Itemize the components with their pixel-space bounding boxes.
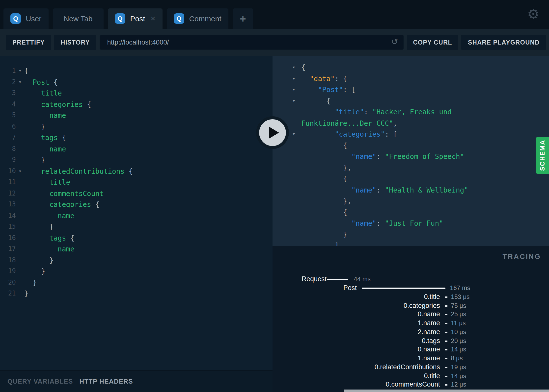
fold-spacer [16, 143, 24, 154]
editor-line[interactable]: 18 } [0, 255, 273, 266]
line-number: 17 [0, 244, 16, 255]
new-tab-button[interactable]: + [233, 8, 253, 29]
editor-line[interactable]: 5 name [0, 110, 273, 121]
tracing-row: 0.relatedContributions19 μs [273, 363, 549, 372]
response-code: }, [301, 197, 351, 205]
tab-strip: Q User New Tab Q Post × Q Comment + [3, 8, 253, 29]
editor-line[interactable]: 8 name [0, 143, 273, 154]
editor-line[interactable]: 11 title [0, 177, 273, 188]
editor-line[interactable]: 21} [0, 288, 273, 299]
tracing-field-label: 1.name [418, 319, 440, 328]
tab-label: New Tab [60, 14, 96, 23]
line-number: 14 [0, 210, 16, 221]
editor-line[interactable]: 12 commentsCount [0, 188, 273, 199]
tracing-field-label: 0.categories [404, 301, 440, 310]
tracing-duration-value: 44 ms [354, 275, 371, 284]
history-button[interactable]: HISTORY [54, 35, 96, 50]
editor-line[interactable]: 9 } [0, 154, 273, 166]
query-code: name [24, 143, 66, 154]
collapse-arrow-icon[interactable]: ▾ [292, 62, 295, 73]
play-icon [269, 127, 279, 139]
close-tab-icon[interactable]: × [151, 14, 156, 23]
response-code: "name": "Freedom of Speech" [301, 152, 464, 160]
endpoint-url-wrap: ↺ [100, 35, 404, 50]
tab-user[interactable]: Q User [3, 8, 48, 29]
query-code: } [24, 266, 45, 277]
tracing-duration-bar [445, 332, 447, 333]
line-number: 19 [0, 266, 16, 277]
editor-line[interactable]: 2▾ Post { [0, 76, 273, 88]
editor-line[interactable]: 19 } [0, 266, 273, 277]
tracing-duration-value: 75 μs [451, 301, 466, 310]
tracing-duration-bar [445, 323, 447, 324]
copy-curl-button[interactable]: COPY CURL [407, 35, 459, 50]
editor-line[interactable]: 1▾{ [0, 65, 273, 76]
fold-arrow-icon[interactable]: ▾ [16, 65, 24, 76]
line-number: 3 [0, 88, 16, 99]
tracing-duration-bar [445, 349, 447, 351]
editor-line[interactable]: 20 } [0, 277, 273, 288]
editor-line[interactable]: 3 title [0, 88, 273, 99]
tracing-field-label: 0.commentsCount [386, 380, 440, 389]
editor-line[interactable]: 16 tags { [0, 232, 273, 244]
fold-spacer [16, 210, 24, 221]
line-number: 18 [0, 255, 16, 266]
reload-schema-icon[interactable]: ↺ [391, 38, 398, 46]
query-code: Post { [24, 76, 58, 88]
tracing-panel: TRACING Request44 msPost167 ms0.title153… [273, 246, 549, 392]
line-number: 2 [0, 76, 16, 88]
collapse-arrow-icon[interactable]: ▾ [292, 129, 295, 140]
response-code: "data": { [301, 74, 347, 82]
response-code: "name": "Health & Wellbeing" [301, 186, 468, 194]
tracing-duration-bar [445, 296, 447, 298]
line-number: 13 [0, 199, 16, 210]
response-line: "title": "Hacker, Freaks und [273, 106, 549, 118]
response-line: ▾ "data": { [273, 73, 549, 84]
horizontal-scrollbar[interactable] [344, 390, 549, 392]
editor-line[interactable]: 13 categories { [0, 199, 273, 210]
editor-line[interactable]: 7 tags { [0, 132, 273, 143]
tracing-duration-value: 20 μs [451, 336, 466, 345]
tracing-row: 0.tags20 μs [273, 336, 549, 345]
tracing-duration-value: 25 μs [451, 310, 466, 319]
settings-gear-icon[interactable]: ⚙ [527, 7, 540, 21]
collapse-arrow-icon[interactable]: ▾ [292, 84, 295, 95]
query-code: name [24, 244, 74, 255]
editor-line[interactable]: 14 name [0, 210, 273, 221]
tracing-duration-bar [445, 384, 447, 386]
fold-arrow-icon[interactable]: ▾ [16, 166, 24, 177]
editor-line[interactable]: 15 } [0, 221, 273, 232]
editor-line[interactable]: 6 } [0, 121, 273, 132]
editor-bottom-bar: QUERY VARIABLES HTTP HEADERS [0, 370, 273, 392]
line-number: 1 [0, 65, 16, 76]
schema-sidebar-tab[interactable]: SCHEMA [536, 137, 549, 174]
tab-new-tab[interactable]: New Tab [53, 8, 103, 29]
endpoint-url-input[interactable] [100, 35, 404, 50]
response-line: ▾ "categories": [ [273, 129, 549, 140]
response-code: }, [301, 164, 351, 172]
response-code: { [301, 141, 347, 149]
query-editor[interactable]: 1▾{2▾ Post {3 title4 categories {5 name6… [0, 56, 273, 370]
execute-query-button[interactable] [256, 116, 289, 149]
line-number: 7 [0, 132, 16, 143]
main-split: 1▾{2▾ Post {3 title4 categories {5 name6… [0, 56, 549, 392]
collapse-arrow-icon[interactable]: ▾ [292, 73, 295, 84]
collapse-arrow-icon[interactable]: ▾ [292, 95, 295, 106]
play-button-circle [259, 119, 286, 146]
toolbar: PRETTIFY HISTORY ↺ COPY CURL SHARE PLAYG… [0, 29, 549, 56]
tracing-field-label: 2.name [418, 328, 440, 337]
editor-line[interactable]: 17 name [0, 244, 273, 255]
query-code: } [24, 221, 54, 232]
tracing-duration-value: 14 μs [451, 345, 466, 354]
fold-arrow-icon[interactable]: ▾ [16, 76, 24, 88]
share-playground-button[interactable]: SHARE PLAYGROUND [462, 35, 546, 50]
prettify-button[interactable]: PRETTIFY [6, 35, 51, 50]
tab-post[interactable]: Q Post × [108, 8, 163, 29]
editor-line[interactable]: 4 categories { [0, 99, 273, 110]
tab-comment[interactable]: Q Comment [167, 8, 228, 29]
response-viewer[interactable]: ▾{▾ "data": {▾ "Post": [▾ { "title": "Ha… [273, 56, 549, 246]
http-headers-tab[interactable]: HTTP HEADERS [80, 378, 133, 385]
editor-line[interactable]: 10▾ relatedContributions { [0, 166, 273, 177]
plus-icon: + [240, 13, 246, 24]
query-variables-tab[interactable]: QUERY VARIABLES [7, 378, 73, 385]
